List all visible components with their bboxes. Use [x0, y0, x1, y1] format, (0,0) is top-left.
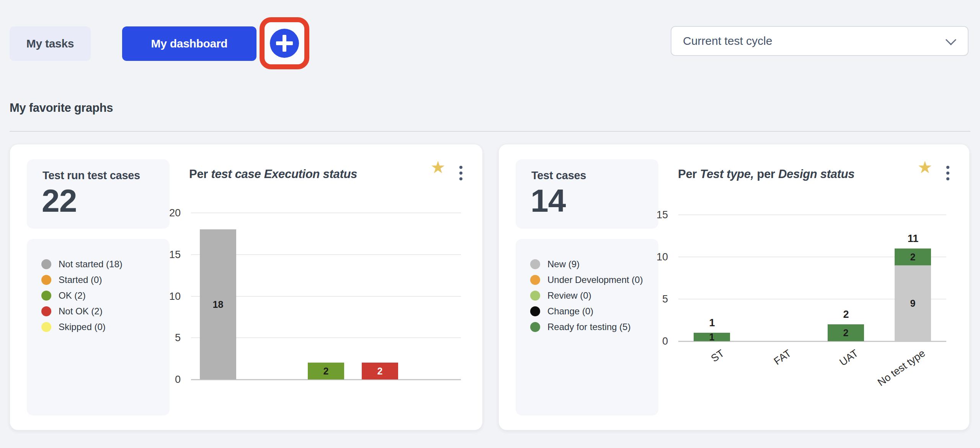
bar-segment-no-test-type-ready-for-testing[interactable]: 2 [895, 249, 931, 265]
kebab-menu-icon[interactable] [945, 164, 951, 182]
chart-title: Per test case Execution status [189, 167, 357, 181]
chevron-down-icon [946, 34, 956, 45]
test-cycle-select-value: Current test cycle [683, 34, 772, 47]
legend-item-started-0-[interactable]: Started (0) [27, 272, 170, 288]
chart-title-part: Test type, [700, 167, 754, 181]
chart-legend: Not started (18)Started (0)OK (2)Not OK … [27, 239, 170, 415]
legend-label: Started (0) [59, 275, 102, 285]
gridline [191, 213, 461, 213]
bar-segment-st-ready-for-testing[interactable]: 1 [694, 333, 730, 341]
legend-dot-icon [530, 306, 540, 316]
star-icon[interactable]: ★ [918, 159, 933, 176]
tab-my-dashboard[interactable]: My dashboard [122, 26, 256, 61]
legend-label: Under Development (0) [547, 275, 643, 285]
annotation-highlight [260, 17, 309, 69]
stat-title: Test run test cases [42, 169, 140, 182]
bar-segment-not-ok-not-ok[interactable]: 2 [362, 363, 398, 379]
stacked-bar-chart-plot: 05101511STFAT22UAT9211No test type [678, 215, 946, 341]
test-cycle-select[interactable]: Current test cycle [671, 26, 969, 56]
card-test-cases: Test cases 14 New (9)Under Development (… [498, 144, 970, 430]
legend-dot-icon [530, 291, 540, 301]
tab-my-tasks-label: My tasks [26, 37, 74, 50]
bar-segment-ok-ok[interactable]: 2 [308, 363, 344, 379]
legend-item-under-development-0-[interactable]: Under Development (0) [516, 272, 658, 288]
legend-dot-icon [41, 275, 51, 285]
y-tick-label: 10 [634, 250, 668, 263]
chart-title: Per Test type, per Design status [678, 167, 854, 181]
chart-legend: New (9)Under Development (0)Review (0)Ch… [516, 239, 658, 415]
legend-label: Ready for testing (5) [547, 322, 630, 332]
gridline [678, 214, 946, 215]
legend-label: Not OK (2) [59, 306, 103, 317]
y-tick-label: 15 [147, 248, 181, 261]
bar-total-label-uat: 2 [823, 309, 869, 320]
y-tick-label: 5 [147, 331, 181, 344]
bar-segment-not-started-not-started[interactable]: 18 [200, 229, 236, 379]
bar-total-label-no-test-type: 11 [890, 233, 936, 245]
y-tick-label: 5 [634, 293, 668, 306]
tab-my-dashboard-label: My dashboard [151, 37, 228, 50]
legend-label: Not started (18) [59, 259, 122, 270]
legend-label: OK (2) [59, 290, 86, 301]
y-tick-label: 15 [634, 208, 668, 221]
stat-title: Test cases [531, 169, 586, 182]
y-tick-label: 20 [147, 206, 181, 219]
y-tick-label: 0 [634, 335, 668, 348]
legend-dot-icon [41, 306, 51, 316]
y-tick-label: 0 [147, 373, 181, 386]
tab-my-tasks[interactable]: My tasks [10, 26, 91, 61]
legend-dot-icon [530, 275, 540, 285]
legend-item-ready-for-testing-5-[interactable]: Ready for testing (5) [516, 319, 658, 335]
legend-label: Review (0) [547, 290, 591, 301]
dashboard-page: My tasks My dashboard Current test cycle… [0, 0, 980, 448]
legend-label: Change (0) [547, 306, 593, 317]
legend-label: Skipped (0) [59, 322, 106, 332]
section-divider [10, 131, 970, 132]
legend-dot-icon [41, 322, 51, 332]
card-test-run-test-cases: Test run test cases 22 Not started (18)S… [10, 144, 483, 430]
y-tick-label: 10 [147, 290, 181, 303]
legend-dot-icon [41, 291, 51, 301]
chart-title-part: Per [678, 167, 700, 181]
kebab-menu-icon[interactable] [458, 164, 464, 182]
legend-dot-icon [41, 259, 51, 269]
bar-segment-uat-ready-for-testing[interactable]: 2 [828, 324, 864, 341]
section-title: My favorite graphs [10, 101, 113, 115]
legend-label: New (9) [547, 259, 580, 270]
legend-dot-icon [530, 259, 540, 269]
chart-title-part: test case Execution status [211, 167, 357, 181]
chart-title-part: per [754, 167, 778, 181]
legend-item-change-0-[interactable]: Change (0) [516, 303, 658, 319]
legend-item-not-ok-2-[interactable]: Not OK (2) [27, 303, 170, 319]
bar-segment-no-test-type-new[interactable]: 9 [895, 265, 931, 341]
star-icon[interactable]: ★ [431, 159, 446, 176]
chart-title-part: Per [189, 167, 211, 181]
chart-title-part: Design status [778, 167, 854, 181]
bar-total-label-st: 1 [689, 317, 735, 329]
legend-dot-icon [530, 322, 540, 332]
bar-chart-plot: 051015201822 [191, 213, 461, 379]
stat-value: 22 [42, 184, 77, 217]
stat-value: 14 [531, 184, 565, 217]
add-dashboard-button[interactable] [270, 29, 299, 58]
